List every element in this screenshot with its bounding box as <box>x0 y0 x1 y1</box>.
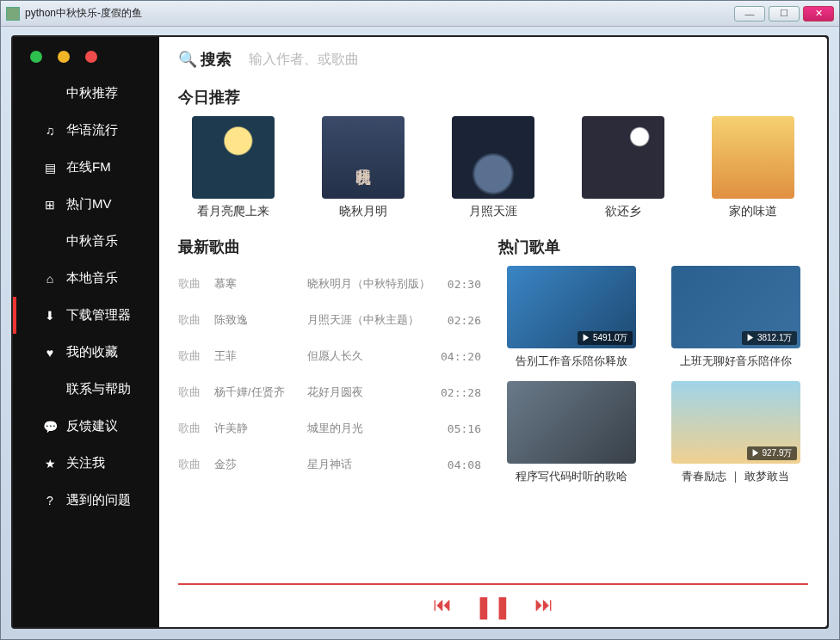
nav-icon: ⬇ <box>42 309 58 323</box>
search-label: 🔍 搜索 <box>178 49 232 70</box>
sidebar: 中秋推荐♫华语流行▤在线FM⊞热门MV中秋音乐⌂本地音乐⬇下载管理器♥我的收藏联… <box>13 37 159 627</box>
recommend-thumb <box>452 116 534 199</box>
next-button[interactable]: ⏭ <box>534 594 553 620</box>
recommend-title: 欲还乡 <box>605 204 641 219</box>
sidebar-item-2[interactable]: ▤在线FM <box>13 149 159 186</box>
recommend-title: 看月亮爬上来 <box>197 204 269 219</box>
song-row[interactable]: 歌曲金莎星月神话04:08 <box>178 446 481 483</box>
nav-label: 联系与帮助 <box>66 381 131 397</box>
playlist-title: 青春励志 ｜ 敢梦敢当 <box>682 469 788 484</box>
song-artist: 王菲 <box>214 348 293 364</box>
close-button[interactable]: ✕ <box>803 6 834 22</box>
nav-icon: 💬 <box>42 420 58 434</box>
song-artist: 慕寒 <box>214 276 293 292</box>
song-tag: 歌曲 <box>178 457 201 472</box>
recommend-thumb <box>192 116 275 199</box>
song-title: 花好月圆夜 <box>307 385 427 400</box>
song-artist: 金莎 <box>214 457 293 472</box>
nav-icon: ★ <box>42 457 58 471</box>
song-duration: 02:26 <box>448 314 481 327</box>
nav-icon: ⌂ <box>42 272 58 286</box>
recommend-title: 家的味道 <box>729 204 777 219</box>
recommend-thumb: 晓秋月明 <box>322 116 405 199</box>
song-title: 晓秋明月（中秋特别版） <box>307 276 434 292</box>
nav-icon: ▤ <box>42 161 58 175</box>
song-duration: 05:16 <box>448 422 481 435</box>
traffic-lights <box>13 51 159 75</box>
sidebar-item-7[interactable]: ♥我的收藏 <box>13 334 159 371</box>
section-hot: 热门歌单 <box>498 237 808 257</box>
section-today: 今日推荐 <box>178 87 808 108</box>
sidebar-item-1[interactable]: ♫华语流行 <box>13 112 159 149</box>
playlist-title: 上班无聊好音乐陪伴你 <box>680 354 792 369</box>
song-row[interactable]: 歌曲慕寒晓秋明月（中秋特别版）02:30 <box>178 266 481 302</box>
song-artist: 许美静 <box>214 421 293 436</box>
song-row[interactable]: 歌曲许美静城里的月光05:16 <box>178 410 481 446</box>
nav-label: 中秋推荐 <box>66 85 118 102</box>
sidebar-item-3[interactable]: ⊞热门MV <box>13 186 159 223</box>
song-title: 月照天涯（中秋主题） <box>307 312 434 328</box>
nav-label: 下载管理器 <box>66 307 131 323</box>
nav-label: 遇到的问题 <box>66 492 131 508</box>
playlist-thumb: ▶ 927.9万 <box>671 381 800 464</box>
section-latest: 最新歌曲 <box>178 237 481 257</box>
traffic-green[interactable] <box>30 51 42 63</box>
song-artist: 陈致逸 <box>214 312 293 328</box>
recommend-title: 月照天涯 <box>469 204 517 219</box>
song-row[interactable]: 歌曲杨千嬅/任贤齐花好月圆夜02::28 <box>178 374 481 410</box>
maximize-button[interactable]: ☐ <box>769 6 800 22</box>
nav-label: 中秋音乐 <box>66 233 118 249</box>
song-tag: 歌曲 <box>178 312 201 328</box>
song-duration: 04::20 <box>441 350 481 363</box>
play-count-badge: ▶ 927.9万 <box>747 446 797 460</box>
song-duration: 04:08 <box>448 458 481 471</box>
recommend-card[interactable]: 月照天涯 <box>438 116 547 219</box>
song-row[interactable]: 歌曲王菲但愿人长久04::20 <box>178 338 481 374</box>
song-artist: 杨千嬅/任贤齐 <box>214 385 293 400</box>
recommend-card[interactable]: 晓秋月明晓秋月明 <box>308 116 417 219</box>
sidebar-item-0[interactable]: 中秋推荐 <box>13 75 159 112</box>
playlist-title: 程序写代码时听的歌哈 <box>516 469 627 484</box>
nav-label: 在线FM <box>66 159 111 175</box>
recommend-card[interactable]: 家的味道 <box>699 116 808 219</box>
traffic-yellow[interactable] <box>58 51 70 63</box>
sidebar-item-10[interactable]: ★关注我 <box>13 445 159 482</box>
song-tag: 歌曲 <box>178 276 201 292</box>
playlist-card[interactable]: ▶ 927.9万青春励志 ｜ 敢梦敢当 <box>663 381 808 484</box>
nav-label: 华语流行 <box>66 122 118 138</box>
recommend-thumb <box>582 116 664 199</box>
playlist-thumb: ▶ 3812.1万 <box>671 266 800 348</box>
sidebar-item-8[interactable]: 联系与帮助 <box>13 371 159 408</box>
playlist-card[interactable]: ▶ 5491.0万告别工作音乐陪你释放 <box>498 266 644 369</box>
sidebar-item-9[interactable]: 💬反馈建议 <box>13 408 159 445</box>
prev-button[interactable]: ⏮ <box>433 594 452 620</box>
nav-label: 我的收藏 <box>66 344 118 360</box>
song-title: 但愿人长久 <box>307 348 427 364</box>
main-content: 🔍 搜索 今日推荐 看月亮爬上来晓秋月明晓秋月明月照天涯欲还乡家的味道 最新歌曲… <box>159 37 827 627</box>
sidebar-item-4[interactable]: 中秋音乐 <box>13 223 159 260</box>
play-count-badge: ▶ 5491.0万 <box>578 331 632 345</box>
nav-icon: ? <box>42 494 58 508</box>
sidebar-item-11[interactable]: ?遇到的问题 <box>13 482 159 519</box>
app-icon <box>6 7 20 21</box>
nav-icon: ♥ <box>42 346 58 360</box>
nav-icon: ⊞ <box>42 198 58 212</box>
song-title: 星月神话 <box>307 457 434 472</box>
song-row[interactable]: 歌曲陈致逸月照天涯（中秋主题）02:26 <box>178 302 481 338</box>
play-pause-button[interactable]: ❚❚ <box>474 594 512 620</box>
song-tag: 歌曲 <box>178 385 201 400</box>
playlist-card[interactable]: 程序写代码时听的歌哈 <box>498 381 644 484</box>
playlist-card[interactable]: ▶ 3812.1万上班无聊好音乐陪伴你 <box>663 266 808 369</box>
sidebar-item-5[interactable]: ⌂本地音乐 <box>13 260 159 297</box>
nav-icon: ♫ <box>42 124 58 138</box>
recommend-card[interactable]: 欲还乡 <box>569 116 678 219</box>
playlist-title: 告别工作音乐陪你释放 <box>516 354 627 369</box>
recommend-card[interactable]: 看月亮爬上来 <box>178 116 287 219</box>
minimize-button[interactable]: — <box>734 6 765 22</box>
search-icon: 🔍 <box>178 50 197 69</box>
sidebar-item-6[interactable]: ⬇下载管理器 <box>13 297 159 334</box>
recommend-thumb <box>712 116 794 199</box>
traffic-red[interactable] <box>85 51 97 63</box>
song-title: 城里的月光 <box>307 421 434 436</box>
search-input[interactable] <box>249 52 808 67</box>
